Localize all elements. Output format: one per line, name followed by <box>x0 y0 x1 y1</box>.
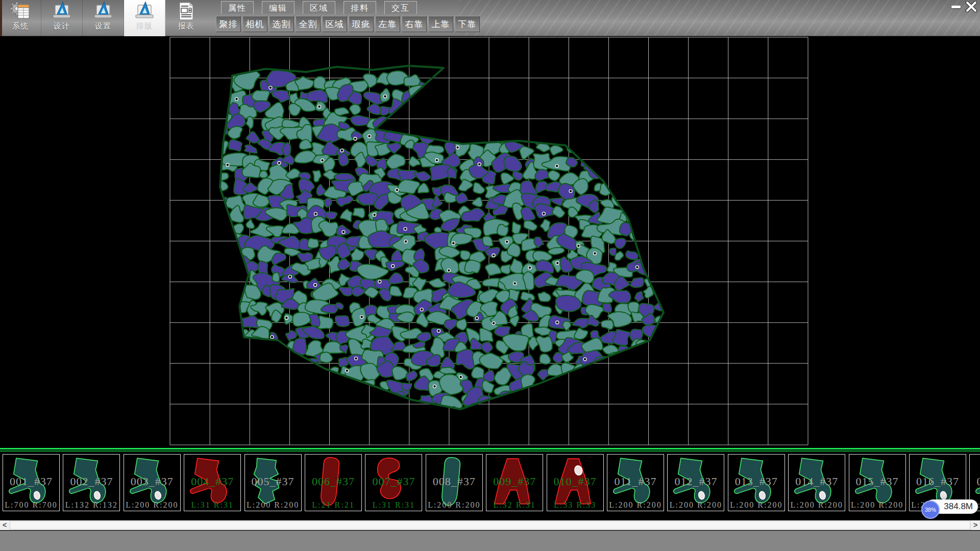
progress-percent-badge: 38% <box>921 500 940 519</box>
ribbon-tab-system[interactable]: 系统 <box>0 0 41 36</box>
strip-border-line <box>0 448 980 449</box>
system-icon <box>10 1 31 21</box>
settings-icon <box>92 1 114 21</box>
thumbnail-cell[interactable]: 015_#37L:200 R:200 <box>849 454 906 511</box>
ribbon-tab-design[interactable]: 设计 <box>41 0 83 36</box>
scroll-left-arrow-icon[interactable]: < <box>0 520 9 530</box>
percent-value: 38% <box>925 507 936 513</box>
piece-label: 007_#37 <box>365 475 422 488</box>
piece-label: 006_#37 <box>305 475 361 488</box>
piece-label: 015_#37 <box>849 475 905 488</box>
thumbnail-cell[interactable]: 010_#37L:33 R:33 <box>547 454 604 511</box>
piece-lr-count: L:31 R:31 <box>184 500 240 510</box>
tool-region[interactable]: 区域 <box>322 16 347 32</box>
piece-lr-count: L:700 R:700 <box>3 500 59 510</box>
thumbnail-cell[interactable]: 007_#37L:31 R:31 <box>365 454 422 511</box>
nesting-canvas[interactable] <box>0 36 980 448</box>
thumbnail-cell[interactable]: 013_#37L:200 R:200 <box>728 454 785 511</box>
piece-lr-count: L:32 R:31 <box>486 500 543 510</box>
ribbon-tab-label: 系统 <box>12 21 29 31</box>
menu-properties[interactable]: 属性 <box>221 1 254 14</box>
ribbon-toolbar: 系统 设计 设置 <box>0 0 980 36</box>
piece-label: 008_#37 <box>426 475 482 488</box>
ribbon-tab-settings[interactable]: 设置 <box>83 0 124 36</box>
ribbon-tab-label: 设置 <box>95 21 111 31</box>
tool-align-top[interactable]: 上靠 <box>428 16 453 32</box>
piece-lr-count: L:200 R:200 <box>426 500 482 510</box>
thumbnail-cell[interactable]: 003_#37L:200 R:200 <box>124 454 181 511</box>
piece-label: 004_#37 <box>184 475 240 488</box>
thumbnail-cell[interactable]: 014_#37L:200 R:200 <box>788 454 845 511</box>
application-window: 系统 设计 设置 <box>0 0 980 551</box>
menu-nesting[interactable]: 排料 <box>344 1 376 14</box>
thumbnail-cell[interactable]: 009_#37L:32 R:31 <box>486 454 543 511</box>
minimize-button[interactable] <box>948 1 964 13</box>
piece-lr-count: L:132 R:132 <box>63 500 119 510</box>
tool-align-bottom[interactable]: 下靠 <box>455 16 480 32</box>
layout-icon <box>134 1 155 21</box>
piece-label: 012_#37 <box>668 475 724 488</box>
thumbnail-cell[interactable]: 008_#37L:200 R:200 <box>426 454 483 511</box>
piece-label: 017_#37 <box>970 475 980 488</box>
piece-label: 002_#37 <box>63 475 119 488</box>
ribbon-tab-label: 设计 <box>54 21 70 31</box>
menubar: 属性 编辑 区域 排料 交互 <box>221 1 417 14</box>
ribbon-tab-label: 排版 <box>136 21 153 31</box>
piece-label: 003_#37 <box>124 475 180 488</box>
piece-label: 016_#37 <box>910 475 966 488</box>
piece-label: 009_#37 <box>486 475 543 488</box>
piece-label: 001_#37 <box>3 475 59 488</box>
tool-cut-all[interactable]: 全割 <box>296 16 321 32</box>
piece-lr-count: L:200 R:200 <box>124 500 180 510</box>
piece-label: 013_#37 <box>728 475 785 488</box>
piece-thumbnail-strip: 001_#37L:700 R:700002_#37L:132 R:132003_… <box>0 448 980 520</box>
piece-lr-count: L:200 R:200 <box>849 500 905 510</box>
menu-interactive[interactable]: 交互 <box>384 1 417 14</box>
ribbon-tab-layout[interactable]: 排版 <box>124 0 165 36</box>
thumbnail-cell[interactable]: 006_#37L:21 R:21 <box>305 454 362 511</box>
scroll-right-arrow-icon[interactable]: > <box>971 520 980 530</box>
ribbon-tab-report[interactable]: 报表 <box>165 0 207 36</box>
tool-align-right[interactable]: 右靠 <box>402 16 427 32</box>
piece-lr-count: L:200 R:200 <box>607 500 664 510</box>
thumbnail-cell[interactable]: 012_#37L:200 R:200 <box>667 454 724 511</box>
tool-select-cut[interactable]: 选割 <box>269 16 294 32</box>
piece-lr-count: L:200 R:200 <box>789 500 845 510</box>
menu-region[interactable]: 区域 <box>303 1 335 14</box>
ribbon-tab-label: 报表 <box>178 21 194 31</box>
tool-align-left[interactable]: 左靠 <box>375 16 400 32</box>
piece-lr-count: L:21 R:21 <box>305 500 361 510</box>
piece-lr-count: L:31 R:31 <box>365 500 422 510</box>
menu-edit[interactable]: 编辑 <box>262 1 295 14</box>
nested-pieces <box>207 67 677 425</box>
piece-lr-count: L:200 R:200 <box>668 500 724 510</box>
piece-lr-count: L:33 R:33 <box>547 500 603 510</box>
piece-label: 005_#37 <box>245 475 301 488</box>
minimize-icon <box>951 6 961 8</box>
window-controls <box>948 0 979 13</box>
thumbnail-cell[interactable]: 002_#37L:132 R:132 <box>63 454 120 511</box>
tool-defect[interactable]: 瑕疵 <box>349 16 374 32</box>
memory-value: 384.8M <box>944 502 973 512</box>
thumbnail-cell[interactable]: 005_#37L:200 R:200 <box>244 454 302 511</box>
piece-label: 010_#37 <box>547 475 603 488</box>
strip-border-line <box>0 450 980 452</box>
horizontal-scrollbar[interactable]: < > <box>0 520 980 530</box>
toolbar-texture <box>459 0 980 36</box>
window-bottom-bar <box>0 531 980 551</box>
close-button[interactable] <box>964 1 979 13</box>
thumbnail-cell[interactable]: 011_#37L:200 R:200 <box>607 454 664 511</box>
scrollbar-thumb[interactable] <box>10 521 970 530</box>
piece-label: 014_#37 <box>789 475 845 488</box>
piece-lr-count: L:200 R:200 <box>245 500 301 510</box>
tool-row: 聚排 相机 选割 全割 区域 瑕疵 左靠 右靠 上靠 下靠 <box>216 16 480 32</box>
thumbnail-cell[interactable]: 001_#37L:700 R:700 <box>3 454 60 511</box>
thumbnail-cell[interactable]: 004_#37L:31 R:31 <box>184 454 241 511</box>
tool-camera[interactable]: 相机 <box>242 16 267 32</box>
piece-lr-count: L:200 R:200 <box>728 500 785 510</box>
design-icon <box>51 1 72 21</box>
close-icon <box>965 1 977 12</box>
tool-cluster-nest[interactable]: 聚排 <box>216 16 241 32</box>
piece-label: 011_#37 <box>607 475 664 488</box>
nesting-drawing <box>0 36 980 448</box>
